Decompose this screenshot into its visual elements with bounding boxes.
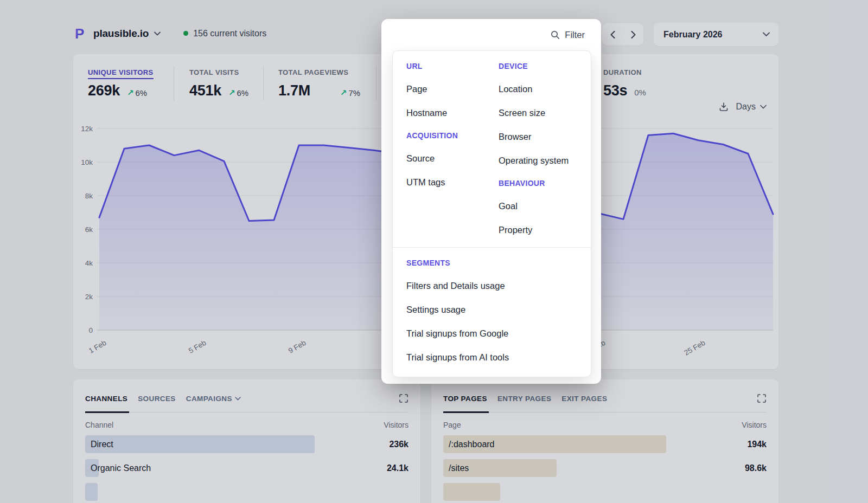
export-download-button[interactable] (719, 102, 729, 112)
filter-item-page[interactable]: Page (406, 77, 499, 101)
row-label: /sites (443, 463, 469, 473)
tab-channels[interactable]: CHANNELS (85, 395, 127, 403)
row-value: 194k (747, 440, 767, 449)
trend-up-icon: ↗ (127, 88, 134, 98)
table-row-partial[interactable] (443, 483, 767, 501)
chart-controls: Days (719, 102, 767, 112)
interval-dropdown[interactable]: Days (736, 102, 767, 112)
tabs-divider (85, 412, 409, 412)
filter-item-browser[interactable]: Browser (499, 125, 580, 149)
chart-y-axis: 0 2k 4k 6k 8k 10k 12k (81, 125, 93, 334)
stat-total-pageviews[interactable]: TOTAL PAGEVIEWS 1.7M ↗7% (278, 67, 360, 99)
table-row[interactable]: Direct 236k (85, 435, 409, 453)
next-period-button[interactable] (623, 23, 643, 46)
site-switcher-chevron-icon[interactable] (154, 31, 161, 36)
chevron-down-icon (235, 397, 241, 401)
filter-group-acquisition-title: ACQUISITION (406, 125, 499, 146)
filter-group-behaviour-title: BEHAVIOUR (499, 172, 580, 194)
table-header: Channel Visitors (85, 421, 409, 429)
date-range-label: February 2026 (663, 30, 723, 40)
chevron-right-icon (631, 31, 636, 38)
filter-popover: Filter URL Page Hostname ACQUISITION Sou… (381, 19, 601, 384)
stat-label: TOTAL PAGEVIEWS (278, 68, 348, 76)
svg-text:2k: 2k (85, 293, 93, 301)
stat-change: 6% (237, 88, 248, 98)
row-value: 98.6k (745, 463, 767, 473)
stat-label: TOTAL VISITS (189, 68, 239, 76)
svg-text:9 Feb: 9 Feb (287, 339, 307, 355)
filter-button[interactable]: Filter (381, 19, 601, 50)
trend-up-icon: ↗ (228, 88, 235, 98)
tab-campaigns[interactable]: CAMPAIGNS (186, 395, 241, 403)
filter-item-screen-size[interactable]: Screen size (499, 101, 580, 125)
table-row[interactable]: /:dashboard 194k (443, 435, 767, 453)
tab-sources[interactable]: SOURCES (138, 395, 176, 403)
stat-divider (376, 66, 376, 101)
row-bar (85, 435, 315, 453)
current-visitors-label[interactable]: 156 current visitors (193, 29, 266, 38)
tabs-divider (443, 412, 767, 412)
filter-group-device-title: DEVICE (499, 55, 580, 77)
column-value: Visitors (742, 421, 767, 429)
row-value: 236k (389, 440, 409, 449)
stat-total-visits[interactable]: TOTAL VISITS 451k ↗6% (189, 67, 248, 99)
filter-group-segments-title: SEGMENTS (406, 252, 580, 274)
filter-item-operating-system[interactable]: Operating system (499, 149, 580, 172)
row-label: Organic Search (85, 463, 151, 473)
filter-item-location[interactable]: Location (499, 77, 580, 101)
search-icon (551, 30, 560, 40)
table-row[interactable]: Organic Search 24.1k (85, 459, 409, 477)
filter-item-utm-tags[interactable]: UTM tags (406, 170, 499, 194)
row-bar (443, 483, 500, 501)
expand-panel-button[interactable] (399, 394, 409, 403)
tab-campaigns-label: CAMPAIGNS (186, 395, 232, 403)
tab-exit-pages[interactable]: EXIT PAGES (561, 395, 607, 403)
filter-item-hostname[interactable]: Hostname (406, 101, 499, 125)
filter-item-source[interactable]: Source (406, 146, 499, 170)
filter-button-label: Filter (565, 30, 585, 40)
site-header: P plausible.io 156 current visitors (73, 26, 266, 41)
stat-value: 53s (603, 82, 627, 99)
table-row-partial[interactable] (85, 483, 409, 501)
stat-change: 6% (135, 88, 147, 98)
stat-visit-duration[interactable]: DURATION 53s 0% (603, 67, 646, 99)
channels-tabs: CHANNELS SOURCES CAMPAIGNS (85, 394, 409, 403)
chevron-down-icon (760, 105, 767, 109)
svg-text:5 Feb: 5 Feb (187, 339, 207, 355)
stat-value: 1.7M (278, 82, 310, 99)
row-value: 24.1k (387, 463, 409, 473)
filter-menu: URL Page Hostname ACQUISITION Source UTM… (392, 50, 591, 377)
plausible-logo-icon: P (73, 26, 88, 41)
site-name[interactable]: plausible.io (93, 28, 149, 40)
chevron-left-icon (610, 31, 615, 38)
svg-text:8k: 8k (85, 192, 93, 200)
tab-top-pages[interactable]: TOP PAGES (443, 395, 487, 403)
filter-item-property[interactable]: Property (499, 218, 580, 242)
row-label: Direct (85, 440, 113, 449)
segment-settings-usage[interactable]: Settings usage (406, 298, 580, 321)
column-label: Channel (85, 421, 113, 429)
column-label: Page (443, 421, 461, 429)
segment-trial-signups-from-google[interactable]: Trial signups from Google (406, 321, 580, 345)
svg-text:P: P (75, 26, 84, 41)
segment-filters-and-details-usage[interactable]: Filters and Details usage (406, 274, 580, 298)
prev-period-button[interactable] (602, 23, 623, 46)
tab-entry-pages[interactable]: ENTRY PAGES (497, 395, 551, 403)
active-tab-underline (85, 411, 129, 413)
row-bar (85, 483, 98, 501)
date-range-picker[interactable]: February 2026 (654, 23, 778, 46)
interval-label: Days (736, 102, 756, 112)
stat-change: 0% (634, 88, 646, 97)
svg-text:0: 0 (88, 326, 93, 334)
filter-item-goal[interactable]: Goal (499, 194, 580, 218)
svg-text:25 Feb: 25 Feb (683, 339, 707, 357)
expand-panel-button[interactable] (757, 394, 767, 403)
stat-label: UNIQUE VISITORS (88, 68, 154, 79)
trend-up-icon: ↗ (340, 88, 347, 98)
chevron-down-icon (763, 32, 770, 37)
stat-value: 451k (189, 82, 221, 99)
pages-tabs: TOP PAGES ENTRY PAGES EXIT PAGES (443, 394, 767, 403)
stat-unique-visitors[interactable]: UNIQUE VISITORS 269k ↗6% (88, 67, 154, 99)
table-row[interactable]: /sites 98.6k (443, 459, 767, 477)
segment-trial-signups-from-ai-tools[interactable]: Trial signups from AI tools (406, 345, 580, 369)
